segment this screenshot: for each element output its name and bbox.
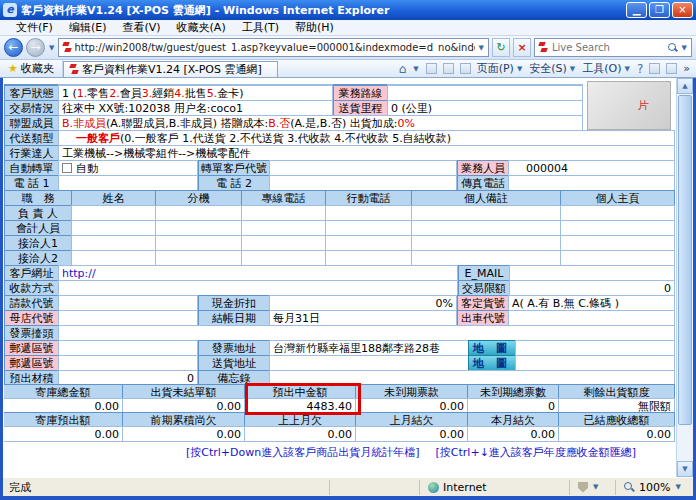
home-icon[interactable]: ⌂ <box>399 62 407 76</box>
menu-help[interactable]: 帮助(H) <box>287 20 342 35</box>
search-input[interactable] <box>550 41 665 54</box>
industry-field[interactable]: 工業機械-->機械零組件-->機械零配件 <box>58 145 675 161</box>
vertical-scrollbar[interactable]: ▲ ▼ <box>676 78 693 477</box>
cell[interactable] <box>241 235 326 251</box>
stop-button[interactable]: × <box>513 38 531 57</box>
search-icon[interactable] <box>668 43 678 53</box>
cell[interactable] <box>325 220 412 236</box>
customer-photo-placeholder[interactable]: 片 <box>587 81 671 130</box>
help-icon[interactable]: ? <box>637 62 643 76</box>
menu-view[interactable]: 查看(V) <box>114 20 168 35</box>
zoom-control[interactable]: 100% ▼ <box>615 480 693 495</box>
row-customer-status: 客戶狀態 1 ( 1. 零售 2. 會員 3. 經銷 4. 批售 5. 金卡) … <box>4 85 583 101</box>
cell[interactable] <box>241 205 326 221</box>
trade-limit-field[interactable]: 0 <box>509 280 675 296</box>
extension-icon[interactable] <box>649 63 660 74</box>
customer-status-field[interactable]: 1 ( 1. 零售 2. 會員 3. 經銷 4. 批售 5. 金卡) <box>58 85 333 101</box>
amount-cell: 0.00 <box>4 426 123 442</box>
read-mail-icon[interactable] <box>443 63 454 74</box>
cell[interactable] <box>71 250 156 266</box>
monthly-stats-link[interactable]: [按Ctrl+Down進入該客戶商品出貨月統計年檔] <box>186 445 420 460</box>
home-dropdown-icon[interactable]: ▼ <box>412 65 419 73</box>
minimize-button[interactable]: ▁ <box>626 2 647 18</box>
billing-code-field[interactable] <box>58 295 198 311</box>
mileage-field[interactable]: 0 (公里) <box>387 100 583 116</box>
payment-field[interactable] <box>58 280 458 296</box>
transfer-code-field[interactable] <box>269 160 457 176</box>
cell[interactable] <box>411 220 561 236</box>
cell[interactable] <box>411 205 561 221</box>
cell[interactable] <box>325 250 412 266</box>
salesperson-field[interactable]: 000004 <box>508 160 675 176</box>
history-dropdown-icon[interactable]: ▼ <box>48 44 55 52</box>
cell[interactable] <box>560 220 675 236</box>
close-button[interactable]: × <box>672 2 693 18</box>
cell[interactable] <box>411 250 561 266</box>
trade-status-field[interactable]: 往來中 XX號:102038 用户名:coco1 <box>58 100 333 116</box>
safety-menu[interactable]: 安全(S) ▼ <box>529 61 576 76</box>
zip-code-field[interactable] <box>58 355 198 371</box>
cell[interactable] <box>71 205 156 221</box>
active-tab[interactable]: 客戶資料作業V1.24 [X-POS 雲通網] <box>63 61 278 77</box>
cash-discount-field[interactable]: 0% <box>269 295 457 311</box>
cell[interactable] <box>241 250 326 266</box>
live-search-box[interactable]: ▼ <box>534 38 692 57</box>
cell[interactable] <box>155 250 242 266</box>
fax-field[interactable] <box>508 175 675 191</box>
scroll-up-icon[interactable]: ▲ <box>677 78 693 94</box>
truck-code-field[interactable] <box>508 310 675 326</box>
chevron-more-icon[interactable]: » <box>683 62 690 75</box>
invoice-title-field[interactable] <box>58 325 675 341</box>
business-route-field[interactable] <box>387 85 583 101</box>
custom-item-field[interactable]: A( A.有 B.無 C.條碼 ) <box>508 295 675 311</box>
menu-favorites[interactable]: 收藏夹(A) <box>169 20 234 35</box>
yearly-receivable-link[interactable]: [按Ctrl+↓進入該客戶年度應收金額匯總] <box>436 445 637 460</box>
cell[interactable] <box>155 235 242 251</box>
maximize-button[interactable]: ❐ <box>649 2 670 18</box>
cell[interactable] <box>155 220 242 236</box>
auto-checkbox[interactable] <box>62 163 72 173</box>
menu-edit[interactable]: 编辑(E) <box>61 20 115 35</box>
alliance-field[interactable]: B.非成員 (A.聯盟成員,B.非成員) 搭贈成本: B.否 (A.是,B.否)… <box>58 115 583 131</box>
phone2-field[interactable] <box>269 175 457 191</box>
cell[interactable] <box>71 220 156 236</box>
favorites-button[interactable]: ★ 收藏夹 <box>0 60 63 77</box>
cell[interactable] <box>560 235 675 251</box>
scroll-down-icon[interactable]: ▼ <box>677 461 693 477</box>
map-button[interactable]: 地 圖 <box>468 340 516 356</box>
tools-menu[interactable]: 工具(O) ▼ <box>582 61 631 76</box>
delivery-type-field[interactable]: 一般客戶 (0.一般客戶 1.代送貨 2.不代送貨 3.代收款 4.不代收款 5… <box>58 130 675 146</box>
cell[interactable] <box>155 205 242 221</box>
map-button[interactable]: 地 圖 <box>468 355 516 371</box>
address-dropdown-icon[interactable]: ▼ <box>478 44 485 52</box>
address-bar[interactable]: http://win2008/tw/guest/guest_1.asp?keyv… <box>58 38 489 57</box>
cell[interactable] <box>71 235 156 251</box>
cell[interactable] <box>241 220 326 236</box>
refresh-button[interactable]: ↻ <box>492 38 510 57</box>
zip-code-field[interactable] <box>58 340 198 356</box>
search-dropdown-icon[interactable]: ▼ <box>681 44 688 52</box>
cell[interactable] <box>411 235 561 251</box>
protected-mode-indicator[interactable]: ▼ <box>569 480 615 495</box>
delivery-address-field[interactable] <box>269 355 469 371</box>
address-url[interactable]: http://win2008/tw/guest/guest_1.asp?keyv… <box>74 42 474 53</box>
parent-store-field[interactable] <box>58 310 198 326</box>
invoice-address-field[interactable]: 台灣新竹縣幸福里188鄰李路28巷 <box>269 340 469 356</box>
menu-tools[interactable]: 工具(T) <box>234 20 287 35</box>
cell[interactable] <box>325 205 412 221</box>
page-menu[interactable]: 页面(P) ▼ <box>477 61 524 76</box>
phone1-field[interactable] <box>58 175 198 191</box>
closing-date-field[interactable]: 每月31日 <box>269 310 457 326</box>
scrollbar-thumb[interactable] <box>678 95 692 425</box>
extension-icon[interactable] <box>666 63 677 74</box>
feeds-icon[interactable] <box>426 63 437 74</box>
forward-button[interactable]: → <box>26 38 45 57</box>
print-icon[interactable] <box>460 63 471 74</box>
email-field[interactable] <box>509 265 675 281</box>
cell[interactable] <box>325 235 412 251</box>
website-field[interactable]: http:// <box>58 265 458 281</box>
cell[interactable] <box>560 205 675 221</box>
cell[interactable] <box>560 250 675 266</box>
menu-file[interactable]: 文件(F) <box>8 20 61 35</box>
back-button[interactable]: ← <box>4 38 23 57</box>
